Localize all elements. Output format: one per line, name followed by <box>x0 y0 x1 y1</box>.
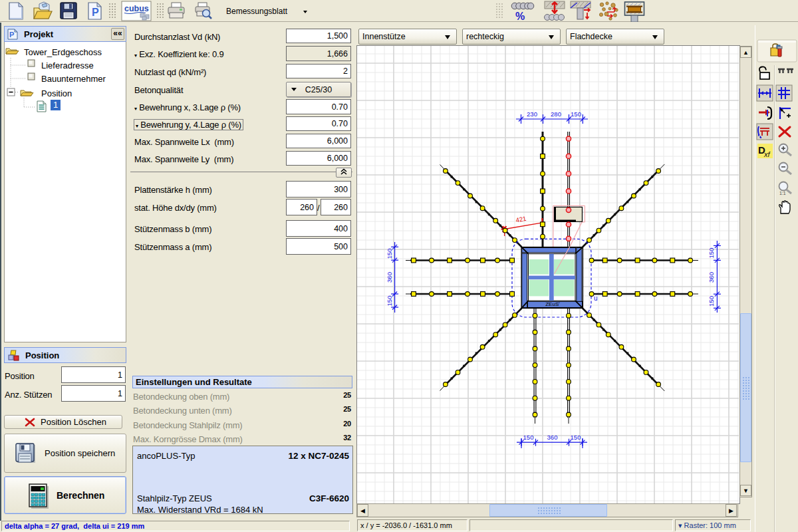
svg-text:150: 150 <box>708 296 715 307</box>
svg-text:150: 150 <box>708 248 715 259</box>
svg-text:150: 150 <box>386 249 393 259</box>
svg-text:u: u <box>594 295 598 302</box>
svg-text:1:1: 1:1 <box>779 191 786 196</box>
svg-text:ZEuSʹ: ZEuSʹ <box>545 301 560 307</box>
svg-text:360: 360 <box>708 272 715 283</box>
svg-text:150: 150 <box>386 296 393 307</box>
svg-text:360: 360 <box>386 272 393 283</box>
svg-text:P: P <box>92 7 99 18</box>
svg-text:cubus: cubus <box>124 4 149 13</box>
svg-text:230: 230 <box>527 110 537 118</box>
svg-text:150: 150 <box>523 434 534 441</box>
svg-text:150: 150 <box>571 434 581 441</box>
svg-text:%: % <box>515 11 525 22</box>
svg-text:280: 280 <box>551 110 561 118</box>
svg-text:421: 421 <box>515 215 527 224</box>
svg-text:360: 360 <box>547 434 558 441</box>
svg-text:150: 150 <box>571 110 581 118</box>
svg-text:xf: xf <box>763 150 771 158</box>
svg-text:P: P <box>9 31 14 39</box>
